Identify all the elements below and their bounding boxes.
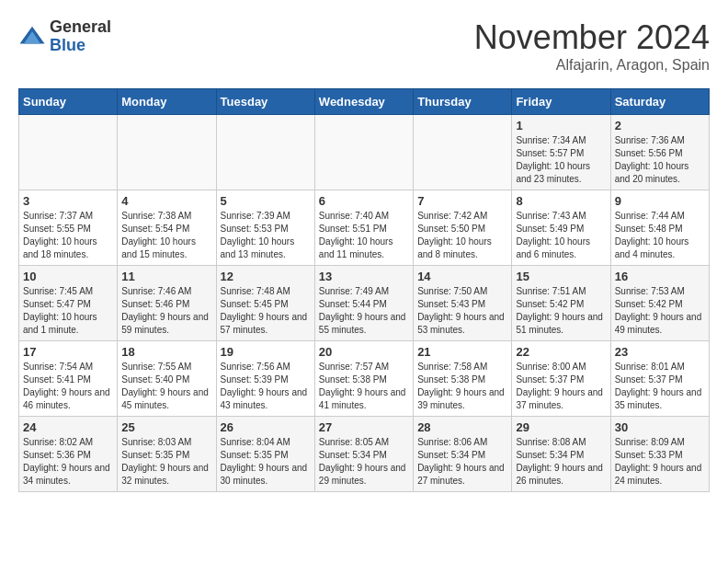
day-cell: 12Sunrise: 7:48 AM Sunset: 5:45 PM Dayli… [216,266,314,341]
day-number: 26 [221,420,311,434]
day-info: Sunrise: 8:01 AM Sunset: 5:37 PM Dayligh… [615,361,705,412]
day-cell: 17Sunrise: 7:54 AM Sunset: 5:41 PM Dayli… [19,341,118,417]
day-info: Sunrise: 7:51 AM Sunset: 5:42 PM Dayligh… [516,285,606,337]
day-number: 30 [615,420,705,434]
day-info: Sunrise: 7:43 AM Sunset: 5:49 PM Dayligh… [516,210,606,261]
column-header-saturday: Saturday [610,89,709,115]
day-number: 14 [417,270,507,283]
day-cell [314,115,413,190]
day-info: Sunrise: 7:56 AM Sunset: 5:39 PM Dayligh… [221,361,311,412]
day-info: Sunrise: 8:03 AM Sunset: 5:35 PM Dayligh… [121,436,211,488]
column-header-tuesday: Tuesday [216,89,314,115]
day-cell [19,115,118,190]
day-info: Sunrise: 8:06 AM Sunset: 5:34 PM Dayligh… [417,436,507,488]
day-info: Sunrise: 7:58 AM Sunset: 5:38 PM Dayligh… [417,361,507,412]
day-info: Sunrise: 8:00 AM Sunset: 5:37 PM Dayligh… [516,361,606,412]
day-info: Sunrise: 7:55 AM Sunset: 5:40 PM Dayligh… [121,361,211,412]
day-info: Sunrise: 7:37 AM Sunset: 5:55 PM Dayligh… [23,210,113,261]
location: Alfajarin, Aragon, Spain [474,57,710,74]
day-info: Sunrise: 7:40 AM Sunset: 5:51 PM Dayligh… [319,210,409,261]
day-cell: 1Sunrise: 7:34 AM Sunset: 5:57 PM Daylig… [512,115,610,190]
day-number: 28 [417,420,507,434]
day-number: 10 [23,270,113,283]
day-number: 5 [221,194,311,208]
day-number: 27 [319,420,409,434]
day-info: Sunrise: 8:02 AM Sunset: 5:36 PM Dayligh… [23,436,113,488]
day-number: 3 [23,194,113,208]
calendar-table: SundayMondayTuesdayWednesdayThursdayFrid… [18,88,710,492]
day-info: Sunrise: 7:50 AM Sunset: 5:43 PM Dayligh… [417,285,507,337]
column-header-wednesday: Wednesday [314,89,413,115]
week-row-3: 10Sunrise: 7:45 AM Sunset: 5:47 PM Dayli… [19,266,710,341]
day-cell: 8Sunrise: 7:43 AM Sunset: 5:49 PM Daylig… [512,190,610,266]
day-cell: 22Sunrise: 8:00 AM Sunset: 5:37 PM Dayli… [512,341,610,417]
day-info: Sunrise: 7:39 AM Sunset: 5:53 PM Dayligh… [221,210,311,261]
day-cell: 4Sunrise: 7:38 AM Sunset: 5:54 PM Daylig… [118,190,216,266]
day-info: Sunrise: 7:57 AM Sunset: 5:38 PM Dayligh… [319,361,409,412]
week-row-1: 1Sunrise: 7:34 AM Sunset: 5:57 PM Daylig… [19,115,710,190]
day-number: 29 [516,420,606,434]
day-cell: 21Sunrise: 7:58 AM Sunset: 5:38 PM Dayli… [414,341,512,417]
day-cell: 27Sunrise: 8:05 AM Sunset: 5:34 PM Dayli… [314,417,413,492]
day-number: 18 [121,345,211,359]
day-cell: 5Sunrise: 7:39 AM Sunset: 5:53 PM Daylig… [216,190,314,266]
day-cell: 16Sunrise: 7:53 AM Sunset: 5:42 PM Dayli… [610,266,709,341]
day-cell: 15Sunrise: 7:51 AM Sunset: 5:42 PM Dayli… [512,266,610,341]
day-cell: 7Sunrise: 7:42 AM Sunset: 5:50 PM Daylig… [414,190,512,266]
day-number: 24 [23,420,113,434]
day-cell: 20Sunrise: 7:57 AM Sunset: 5:38 PM Dayli… [314,341,413,417]
day-cell: 10Sunrise: 7:45 AM Sunset: 5:47 PM Dayli… [19,266,118,341]
day-cell: 26Sunrise: 8:04 AM Sunset: 5:35 PM Dayli… [216,417,314,492]
day-number: 11 [121,270,211,283]
day-number: 25 [121,420,211,434]
day-cell: 3Sunrise: 7:37 AM Sunset: 5:55 PM Daylig… [19,190,118,266]
day-cell: 14Sunrise: 7:50 AM Sunset: 5:43 PM Dayli… [414,266,512,341]
day-number: 21 [417,345,507,359]
logo-icon [18,23,46,51]
title-block: November 2024 Alfajarin, Aragon, Spain [474,18,710,74]
day-number: 6 [319,194,409,208]
month-title: November 2024 [474,18,710,57]
day-cell: 24Sunrise: 8:02 AM Sunset: 5:36 PM Dayli… [19,417,118,492]
day-cell [216,115,314,190]
day-info: Sunrise: 8:08 AM Sunset: 5:34 PM Dayligh… [516,436,606,488]
day-cell: 23Sunrise: 8:01 AM Sunset: 5:37 PM Dayli… [610,341,709,417]
day-number: 12 [221,270,311,283]
day-cell: 2Sunrise: 7:36 AM Sunset: 5:56 PM Daylig… [610,115,709,190]
day-number: 15 [516,270,606,283]
day-info: Sunrise: 7:54 AM Sunset: 5:41 PM Dayligh… [23,361,113,412]
day-number: 16 [615,270,705,283]
day-info: Sunrise: 7:45 AM Sunset: 5:47 PM Dayligh… [23,285,113,337]
logo-general: General [50,18,111,37]
column-header-sunday: Sunday [19,89,118,115]
day-info: Sunrise: 8:04 AM Sunset: 5:35 PM Dayligh… [221,436,311,488]
day-info: Sunrise: 7:42 AM Sunset: 5:50 PM Dayligh… [417,210,507,261]
week-row-2: 3Sunrise: 7:37 AM Sunset: 5:55 PM Daylig… [19,190,710,266]
page-header: General Blue November 2024 Alfajarin, Ar… [18,18,710,74]
day-number: 1 [516,119,606,132]
day-info: Sunrise: 7:49 AM Sunset: 5:44 PM Dayligh… [319,285,409,337]
day-number: 13 [319,270,409,283]
day-number: 20 [319,345,409,359]
day-number: 17 [23,345,113,359]
day-info: Sunrise: 7:53 AM Sunset: 5:42 PM Dayligh… [615,285,705,337]
day-info: Sunrise: 8:05 AM Sunset: 5:34 PM Dayligh… [319,436,409,488]
day-info: Sunrise: 7:44 AM Sunset: 5:48 PM Dayligh… [615,210,705,261]
day-number: 22 [516,345,606,359]
day-cell: 13Sunrise: 7:49 AM Sunset: 5:44 PM Dayli… [314,266,413,341]
day-number: 9 [615,194,705,208]
header-row: SundayMondayTuesdayWednesdayThursdayFrid… [19,89,710,115]
day-info: Sunrise: 7:34 AM Sunset: 5:57 PM Dayligh… [516,134,606,186]
day-cell: 25Sunrise: 8:03 AM Sunset: 5:35 PM Dayli… [118,417,216,492]
day-cell [414,115,512,190]
day-cell: 29Sunrise: 8:08 AM Sunset: 5:34 PM Dayli… [512,417,610,492]
day-cell: 11Sunrise: 7:46 AM Sunset: 5:46 PM Dayli… [118,266,216,341]
day-number: 7 [417,194,507,208]
logo-text: General Blue [50,18,111,55]
day-info: Sunrise: 8:09 AM Sunset: 5:33 PM Dayligh… [615,436,705,488]
day-cell: 9Sunrise: 7:44 AM Sunset: 5:48 PM Daylig… [610,190,709,266]
day-cell: 19Sunrise: 7:56 AM Sunset: 5:39 PM Dayli… [216,341,314,417]
day-info: Sunrise: 7:36 AM Sunset: 5:56 PM Dayligh… [615,134,705,186]
day-cell: 6Sunrise: 7:40 AM Sunset: 5:51 PM Daylig… [314,190,413,266]
logo-blue: Blue [50,37,111,55]
